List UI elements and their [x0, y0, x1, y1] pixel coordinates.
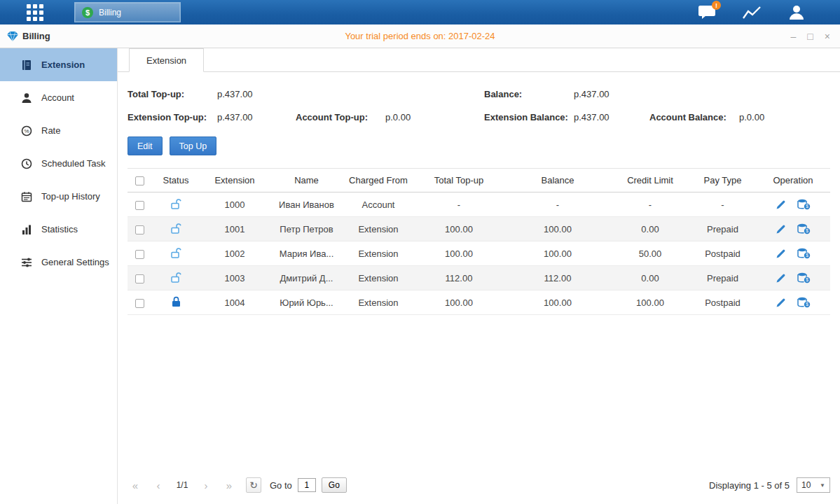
notifications-icon[interactable]: ! — [698, 5, 716, 20]
bar-chart-icon — [21, 224, 32, 235]
cell-credit-limit: 0.00 — [611, 266, 689, 290]
taskbar-billing-button[interactable]: $ Billing — [74, 2, 181, 22]
chevron-down-icon: ▼ — [820, 482, 825, 489]
cell-extension: 1001 — [200, 217, 270, 241]
go-button[interactable]: Go — [322, 477, 347, 493]
edit-pencil-icon[interactable] — [776, 200, 786, 210]
summary-label: Account Balance: — [649, 112, 739, 122]
top-up-coins-icon[interactable]: $ — [797, 248, 811, 259]
extensions-table: Status Extension Name Charged From Total… — [128, 168, 830, 315]
cell-charged-from: Extension — [343, 290, 413, 315]
row-checkbox[interactable] — [135, 250, 144, 259]
summary-total-topup: Total Top-up: p.437.00 — [128, 89, 296, 99]
cell-credit-limit: - — [611, 192, 689, 217]
column-header-pay-type: Pay Type — [689, 169, 756, 192]
svg-text:$: $ — [806, 204, 808, 209]
sidebar-item-label: Rate — [41, 125, 60, 136]
edit-pencil-icon[interactable] — [776, 224, 786, 234]
column-header-credit-limit: Credit Limit — [611, 169, 689, 192]
edit-pencil-icon[interactable] — [776, 248, 786, 259]
row-checkbox[interactable] — [135, 274, 144, 284]
table-row: 1003 Дмитрий Д... Extension 112.00 112.0… — [128, 266, 830, 290]
edit-pencil-icon[interactable] — [776, 273, 786, 284]
topbar-right-icons: ! — [698, 5, 840, 20]
sidebar-item-topup-history[interactable]: Top-up History — [0, 180, 117, 213]
summary-value: p.437.00 — [217, 112, 253, 122]
cell-balance: 112.00 — [504, 266, 611, 290]
first-page-icon[interactable]: « — [128, 479, 143, 491]
cell-pay-type: Prepaid — [689, 217, 756, 241]
maximize-icon[interactable]: □ — [807, 31, 813, 41]
cell-charged-from: Extension — [343, 241, 413, 266]
table-row: 1001 Петр Петров Extension 100.00 100.00… — [128, 217, 830, 241]
billing-diamond-icon — [7, 31, 18, 41]
statistics-chart-icon[interactable] — [743, 6, 762, 20]
sidebar-item-extension[interactable]: Extension — [0, 48, 117, 81]
column-header-total-topup: Total Top-up — [413, 169, 504, 192]
top-bar: $ Billing ! — [0, 0, 840, 24]
unlocked-icon — [171, 247, 181, 258]
row-checkbox[interactable] — [135, 201, 144, 210]
svg-text:$: $ — [806, 228, 808, 233]
close-icon[interactable]: × — [825, 31, 830, 41]
top-up-coins-icon[interactable]: $ — [797, 297, 811, 308]
user-account-icon[interactable] — [788, 5, 805, 20]
goto-page-input[interactable] — [298, 478, 316, 492]
cell-total-topup: 100.00 — [413, 290, 504, 315]
page-size-select[interactable]: 10 ▼ — [797, 477, 830, 493]
sidebar: Extension Account % Rate Scheduled Task — [0, 48, 118, 504]
cell-name: Дмитрий Д... — [270, 266, 343, 290]
cell-pay-type: Prepaid — [689, 266, 756, 290]
rate-coin-icon: % — [21, 125, 32, 136]
cell-extension: 1000 — [200, 192, 270, 217]
column-header-charged-from: Charged From — [343, 169, 413, 192]
apps-grid-icon[interactable] — [27, 4, 43, 21]
sidebar-item-scheduled-task[interactable]: Scheduled Task — [0, 147, 117, 180]
sidebar-item-label: Account — [41, 92, 74, 103]
minimize-icon[interactable]: – — [791, 31, 797, 41]
summary-value: p.437.00 — [574, 89, 610, 99]
top-up-coins-icon[interactable]: $ — [797, 199, 811, 210]
top-up-button[interactable]: Top Up — [170, 136, 217, 155]
summary-value: p.0.00 — [739, 112, 764, 122]
next-page-icon[interactable]: › — [198, 479, 214, 491]
cell-name: Петр Петров — [270, 217, 343, 241]
cell-balance: 100.00 — [504, 241, 611, 266]
row-checkbox[interactable] — [135, 225, 144, 234]
sidebar-item-general-settings[interactable]: General Settings — [0, 246, 117, 279]
app-title: Billing — [0, 31, 50, 41]
cell-credit-limit: 50.00 — [611, 241, 689, 266]
cell-credit-limit: 100.00 — [611, 290, 689, 315]
sidebar-item-label: Extension — [41, 59, 85, 70]
sidebar-item-label: Scheduled Task — [41, 158, 106, 169]
tab-extension[interactable]: Extension — [129, 48, 204, 72]
svg-text:%: % — [24, 128, 29, 134]
sliders-icon — [21, 257, 32, 268]
cell-total-topup: 100.00 — [413, 241, 504, 266]
clock-icon — [21, 158, 32, 169]
row-checkbox[interactable] — [135, 299, 144, 308]
edit-pencil-icon[interactable] — [776, 298, 786, 308]
refresh-icon[interactable]: ↻ — [246, 477, 261, 493]
dollar-coin-icon: $ — [82, 7, 93, 18]
prev-page-icon[interactable]: ‹ — [151, 479, 166, 491]
unlocked-icon — [171, 272, 181, 283]
cell-charged-from: Account — [343, 192, 413, 217]
summary-account-topup: Account Top-up: p.0.00 — [296, 112, 484, 122]
summary-extension-balance: Extension Balance: p.437.00 — [484, 112, 649, 122]
trial-notice: Your trial period ends on: 2017-02-24 — [0, 31, 840, 41]
pagination-bar: « ‹ 1/1 › » ↻ Go to Go Displaying 1 - 5 … — [118, 477, 840, 504]
last-page-icon[interactable]: » — [221, 479, 237, 491]
sidebar-item-rate[interactable]: % Rate — [0, 114, 117, 147]
top-up-coins-icon[interactable]: $ — [797, 223, 811, 234]
select-all-checkbox[interactable] — [135, 176, 144, 186]
sidebar-item-statistics[interactable]: Statistics — [0, 213, 117, 246]
summary-balance: Balance: p.437.00 — [484, 89, 649, 99]
edit-button[interactable]: Edit — [128, 136, 163, 155]
top-up-coins-icon[interactable]: $ — [797, 272, 811, 284]
summary-value: p.437.00 — [217, 89, 253, 99]
journal-icon — [21, 59, 32, 71]
column-header-operation: Operation — [756, 169, 830, 192]
table-row: 1000 Иван Иванов Account - - - - — [128, 192, 830, 217]
sidebar-item-account[interactable]: Account — [0, 81, 117, 114]
